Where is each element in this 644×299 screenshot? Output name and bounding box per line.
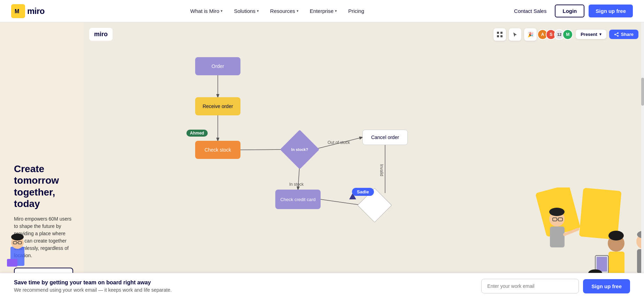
board-toolbar: miro 🎉 xyxy=(89,28,638,41)
node-receive-order[interactable]: Receive order xyxy=(195,97,240,115)
nav-resources[interactable]: Resources ▾ xyxy=(266,5,303,17)
node-cancel-order[interactable]: Cancel order xyxy=(362,130,408,145)
chevron-down-icon: ▾ xyxy=(221,9,223,13)
share-button[interactable]: Share xyxy=(609,30,638,39)
svg-point-35 xyxy=(608,231,624,240)
main-content: Create tomorrow together, today Miro emp… xyxy=(0,22,644,299)
nav-actions: Contact Sales Login Sign up free xyxy=(510,5,633,17)
chevron-down-icon: ▾ xyxy=(599,32,601,37)
board-logo-badge: miro xyxy=(89,28,113,41)
invalid-label: Invalid xyxy=(379,164,384,176)
logo[interactable]: M miro xyxy=(11,4,45,18)
board-tools-right: 🎉 A S 12 M Present ▾ xyxy=(493,28,638,41)
svg-point-14 xyxy=(614,34,616,35)
hero-description: Miro empowers 60M users to shape the fut… xyxy=(14,215,73,259)
sadie-tag: Sadie xyxy=(352,188,374,196)
ahmed-tag: Ahmed xyxy=(186,130,208,137)
cursor-tool-button[interactable] xyxy=(509,28,521,41)
login-button[interactable]: Login xyxy=(555,5,584,17)
board-area: miro 🎉 xyxy=(84,22,644,299)
scrollbar-track[interactable] xyxy=(641,22,644,299)
svg-rect-32 xyxy=(550,227,565,247)
node-in-stock-diamond[interactable] xyxy=(280,130,319,169)
avatars-group: A S 12 M xyxy=(539,29,573,40)
bottom-banner: Save time by getting your team on board … xyxy=(0,273,644,299)
signup-button[interactable]: Sign up free xyxy=(589,5,633,17)
node-order[interactable]: Order xyxy=(195,57,240,75)
svg-rect-10 xyxy=(500,32,503,34)
svg-point-28 xyxy=(549,208,565,216)
banner-signup-button[interactable]: Sign up free xyxy=(583,279,630,293)
chevron-down-icon: ▾ xyxy=(297,9,299,13)
svg-rect-11 xyxy=(497,35,499,37)
svg-rect-38 xyxy=(597,257,607,271)
nav-enterprise[interactable]: Enterprise ▾ xyxy=(306,5,341,17)
nav-what-is-miro[interactable]: What is Miro ▾ xyxy=(186,5,227,17)
nav-links: What is Miro ▾ Solutions ▾ Resources ▾ E… xyxy=(186,5,368,17)
svg-line-20 xyxy=(240,150,286,150)
node-check-stock[interactable]: Check stock xyxy=(195,141,240,159)
svg-rect-9 xyxy=(497,32,499,34)
avatar-3: M xyxy=(562,29,573,40)
out-of-stock-label: Out of stock xyxy=(328,140,350,145)
banner-text: Save time by getting your team on board … xyxy=(14,279,481,293)
svg-line-24 xyxy=(321,199,362,205)
banner-actions: Sign up free xyxy=(481,279,630,293)
in-stock-label: In stock xyxy=(289,182,304,187)
banner-title: Save time by getting your team on board … xyxy=(14,279,481,286)
email-input[interactable] xyxy=(481,279,579,293)
hero-title: Create tomorrow together, today xyxy=(14,163,73,210)
scrollbar-thumb[interactable] xyxy=(641,78,644,106)
left-panel: Create tomorrow together, today Miro emp… xyxy=(0,22,84,299)
banner-description: We recommend using your work email — it … xyxy=(14,287,481,293)
svg-text:M: M xyxy=(15,8,19,14)
svg-point-15 xyxy=(617,35,619,37)
present-button[interactable]: Present ▾ xyxy=(576,30,606,39)
svg-line-16 xyxy=(616,33,617,34)
flowchart: Order Ahmed Receive order Check stock In… xyxy=(118,43,432,245)
chevron-down-icon: ▾ xyxy=(335,9,337,13)
contact-sales-button[interactable]: Contact Sales xyxy=(510,5,551,17)
navigation: M miro What is Miro ▾ Solutions ▾ Resour… xyxy=(0,0,644,22)
grid-tool-button[interactable] xyxy=(493,28,506,41)
chevron-down-icon: ▾ xyxy=(257,9,259,13)
svg-rect-12 xyxy=(500,35,503,37)
celebrate-tool-button[interactable]: 🎉 xyxy=(524,28,537,41)
nav-pricing[interactable]: Pricing xyxy=(344,5,368,17)
svg-rect-8 xyxy=(7,259,17,267)
nav-solutions[interactable]: Solutions ▾ xyxy=(230,5,263,17)
svg-point-13 xyxy=(617,32,619,34)
logo-text: miro xyxy=(27,6,45,16)
node-check-credit-card[interactable]: Check credit card xyxy=(275,190,321,209)
logo-icon: M xyxy=(11,4,25,18)
svg-line-17 xyxy=(616,35,617,36)
